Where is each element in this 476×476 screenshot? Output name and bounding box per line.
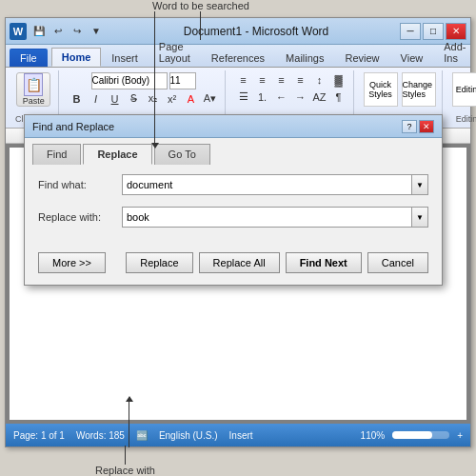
align-left-button[interactable]: ≡ [235, 72, 252, 88]
replace-field: Replace with: ▼ [38, 207, 428, 228]
paste-icon: 📋 [24, 73, 43, 96]
dialog-close-button[interactable]: ✕ [419, 120, 434, 133]
align-justify-button[interactable]: ≡ [292, 72, 309, 88]
ribbon-tabs: File Home Insert Page Layout References … [6, 45, 470, 68]
more-button[interactable]: More >> [38, 252, 106, 273]
italic-button[interactable]: I [88, 91, 105, 107]
cancel-button[interactable]: Cancel [367, 252, 428, 273]
replace-all-button[interactable]: Replace All [199, 252, 280, 273]
highlight-button[interactable]: A▾ [202, 91, 219, 107]
zoom-slider[interactable] [392, 431, 449, 439]
bullets-button[interactable]: ☰ [235, 89, 252, 105]
language-info: 🔤 [136, 430, 148, 441]
word-icon: W [10, 23, 27, 40]
paste-button[interactable]: 📋 Paste [16, 72, 50, 107]
page-info: Page: 1 of 1 [13, 430, 65, 441]
quick-access-toolbar: 💾 ↩ ↪ ▼ [30, 23, 105, 40]
font-name-input[interactable] [91, 72, 168, 89]
annotation-arrow-bottom [129, 400, 129, 447]
sort-button[interactable]: AZ [311, 89, 328, 105]
replace-input-group: ▼ [122, 207, 428, 228]
dialog-tab-find[interactable]: Find [32, 144, 81, 165]
find-replace-dialog: Find and Replace ? ✕ Find Replace Go To … [24, 114, 443, 286]
align-buttons: ≡ ≡ ≡ ≡ ↕ ▓ [235, 72, 347, 88]
dialog-controls: ? ✕ [402, 120, 434, 133]
tab-file[interactable]: File [10, 49, 48, 67]
find-label: Find what: [38, 179, 114, 190]
find-input-group: ▼ [122, 174, 428, 195]
font-selectors [91, 72, 196, 89]
zoom-fill [392, 431, 432, 439]
editing-group: Editing Editing [446, 70, 476, 126]
align-center-button[interactable]: ≡ [254, 72, 271, 88]
tab-add-ins[interactable]: Add-Ins [433, 37, 476, 67]
dropdown-quick-btn[interactable]: ▼ [88, 23, 105, 40]
dialog-tab-goto[interactable]: Go To [154, 144, 210, 165]
dialog-title: Find and Replace [32, 121, 402, 132]
dialog-buttons: More >> Replace Replace All Find Next Ca… [25, 248, 442, 285]
linespacing-button[interactable]: ↕ [311, 72, 328, 88]
superscript-button[interactable]: x² [164, 91, 181, 107]
undo-quick-btn[interactable]: ↩ [50, 23, 67, 40]
save-quick-btn[interactable]: 💾 [30, 23, 48, 40]
replace-input[interactable] [122, 207, 411, 228]
indent-decrease-button[interactable]: ← [273, 89, 290, 105]
replace-button[interactable]: Replace [126, 252, 192, 273]
redo-quick-btn[interactable]: ↪ [69, 23, 86, 40]
list-buttons: ☰ 1. ← → AZ ¶ [235, 89, 347, 105]
dialog-body: Find what: ▼ Replace with: ▼ [25, 165, 442, 248]
dialog-tab-replace[interactable]: Replace [83, 144, 151, 165]
tab-insert[interactable]: Insert [101, 49, 149, 67]
font-size-input[interactable] [169, 72, 196, 89]
zoom-plus[interactable]: + [457, 430, 463, 441]
tab-mailings[interactable]: Mailings [275, 49, 334, 67]
align-right-button[interactable]: ≡ [273, 72, 290, 88]
replace-dropdown-button[interactable]: ▼ [411, 207, 428, 228]
zoom-level: 110% [361, 430, 386, 441]
minimize-button[interactable]: ─ [400, 23, 421, 40]
mode-info: Insert [229, 430, 253, 441]
formatting-buttons: B I U S̶ x₂ x² A A▾ [69, 91, 219, 107]
annotation-arrow-top [154, 11, 155, 145]
find-next-button[interactable]: Find Next [286, 252, 362, 273]
annotation-top: Word to be searched [152, 0, 249, 40]
shading-button[interactable]: ▓ [330, 72, 347, 88]
indent-increase-button[interactable]: → [292, 89, 309, 105]
find-field: Find what: ▼ [38, 174, 428, 195]
quick-styles-button[interactable]: Quick Styles [364, 72, 398, 107]
tab-home[interactable]: Home [51, 48, 102, 67]
annotation-bottom: Replace with [95, 446, 155, 476]
change-styles-button[interactable]: Change Styles [402, 72, 436, 107]
dialog-title-bar: Find and Replace ? ✕ [25, 115, 442, 138]
show-marks-button[interactable]: ¶ [330, 89, 347, 105]
replace-label: Replace with: [38, 211, 114, 223]
bold-button[interactable]: B [69, 91, 86, 107]
zoom-area: 110% + [361, 430, 463, 441]
editing-button[interactable]: Editing [452, 72, 476, 107]
language-label: English (U.S.) [159, 430, 218, 441]
fontcolor-button[interactable]: A [183, 91, 200, 107]
subscript-button[interactable]: x₂ [145, 91, 162, 107]
find-input[interactable] [122, 174, 411, 195]
tab-references[interactable]: References [201, 49, 275, 67]
editing-label: Editing [456, 114, 476, 124]
tab-review[interactable]: Review [334, 49, 389, 67]
dialog-tabs: Find Replace Go To [25, 138, 442, 165]
style-previews: Quick Styles Change Styles [364, 72, 436, 107]
dialog-help-button[interactable]: ? [402, 120, 417, 133]
words-info: Words: 185 [76, 430, 125, 441]
strikethrough-button[interactable]: S̶ [126, 91, 143, 107]
status-bar: Page: 1 of 1 Words: 185 🔤 English (U.S.)… [6, 424, 470, 446]
underline-button[interactable]: U [107, 91, 124, 107]
tab-page-layout[interactable]: Page Layout [149, 37, 201, 67]
numbering-button[interactable]: 1. [254, 89, 271, 105]
tab-view[interactable]: View [390, 49, 434, 67]
find-dropdown-button[interactable]: ▼ [411, 174, 428, 195]
